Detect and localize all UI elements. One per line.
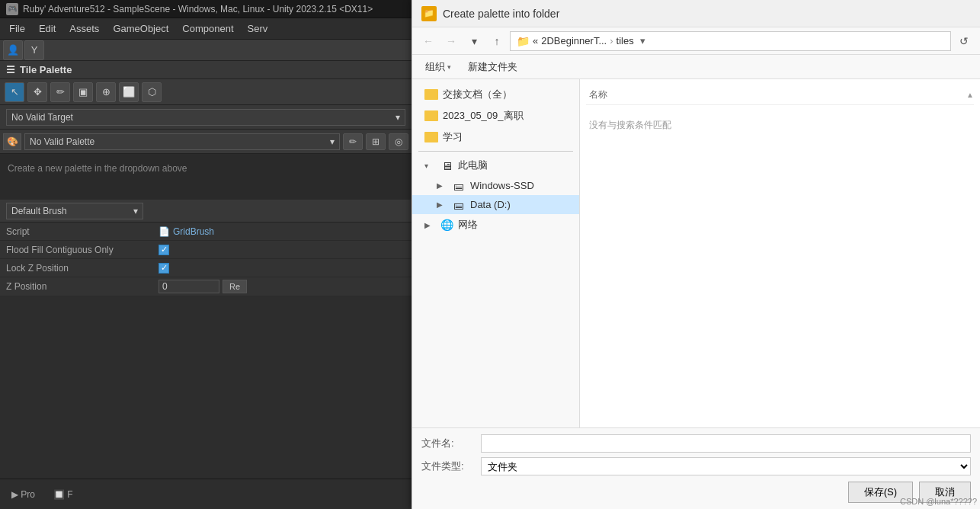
- folder-label-2: 2023_05_09_离职: [443, 109, 524, 123]
- nav-up-btn[interactable]: ↑: [487, 31, 507, 51]
- organize-label: 组织: [425, 60, 445, 74]
- flood-fill-checkbox[interactable]: [159, 245, 169, 255]
- folder-icon-3: [424, 132, 438, 142]
- lock-z-value: [159, 263, 169, 274]
- app-title: Ruby' Adventure512 - SampleScene - Windo…: [23, 4, 373, 14]
- script-label: Script: [6, 226, 159, 237]
- z-position-input[interactable]: [159, 280, 219, 293]
- tile-palette-icon: ☰: [6, 64, 15, 75]
- paint-tool-btn[interactable]: ✏: [50, 82, 70, 102]
- tile-palette-title: Tile Palette: [20, 64, 72, 75]
- network-expand-arrow[interactable]: ▶: [424, 221, 435, 229]
- sidebar-item-network[interactable]: ▶ 🌐 网络: [412, 214, 579, 235]
- unity-menubar: File Edit Assets GameObject Component Se…: [0, 18, 412, 40]
- network-icon: 🌐: [440, 219, 453, 230]
- address-folder-icon: 📁: [517, 35, 530, 47]
- tab-project[interactable]: ▶ Pro: [3, 485, 43, 504]
- select-tool-btn[interactable]: ↖: [5, 82, 24, 102]
- data-d-expand-arrow[interactable]: ▶: [437, 200, 447, 209]
- move-tool-btn[interactable]: ✥: [27, 82, 47, 102]
- dialog-icon: 📁: [421, 6, 437, 21]
- target-dropdown-label: No Valid Target: [11, 112, 73, 123]
- unity-panel: 🎮 Ruby' Adventure512 - SampleScene - Win…: [0, 0, 412, 509]
- footer-btn-row: 保存(S) 取消: [421, 480, 971, 503]
- sidebar-item-folder2[interactable]: 2023_05_09_离职: [412, 105, 579, 126]
- account-button[interactable]: 👤: [3, 40, 23, 60]
- script-icon: 📄: [159, 226, 170, 237]
- sidebar-item-windows-ssd[interactable]: ▶ 🖴 Windows-SSD: [412, 176, 579, 195]
- z-reset-btn[interactable]: Re: [223, 280, 247, 293]
- filetype-row: 文件类型: 文件夹: [421, 457, 971, 475]
- dialog-titlebar: 📁 Create palette into folder: [412, 0, 980, 27]
- filetype-select[interactable]: 文件夹: [481, 457, 971, 475]
- address-end-arrow[interactable]: ▾: [640, 35, 645, 46]
- palette-select[interactable]: No Valid Palette: [24, 133, 340, 150]
- flood-fill-checkmark: [161, 245, 168, 254]
- filename-label: 文件名:: [421, 437, 475, 450]
- flood-fill-label: Flood Fill Contiguous Only: [6, 245, 159, 255]
- palette-select-label: No Valid Palette: [30, 136, 94, 147]
- tile-palette-header: ☰ Tile Palette: [0, 61, 412, 79]
- address-bar[interactable]: 📁 « 2DBeginnerT... › tiles ▾: [510, 31, 951, 51]
- address-path1: 2DBeginnerT...: [541, 35, 607, 46]
- sidebar-item-folder3[interactable]: 学习: [412, 126, 579, 148]
- target-dropdown-arrow: [396, 112, 400, 123]
- menu-edit[interactable]: Edit: [33, 21, 62, 36]
- sidebar-item-folder1[interactable]: 交接文档（全）: [412, 84, 579, 105]
- unity-top-toolbar: 👤 Y: [0, 40, 412, 61]
- nav-refresh-btn[interactable]: ↺: [954, 31, 974, 51]
- z-position-row: Z Position Re: [0, 277, 412, 296]
- menu-gameobject[interactable]: GameObject: [107, 21, 175, 36]
- brush-dropdown-row: Default Brush: [0, 200, 412, 222]
- windows-ssd-expand-arrow[interactable]: ▶: [437, 181, 447, 190]
- new-folder-btn[interactable]: 新建文件夹: [461, 57, 524, 77]
- picker-tool-btn[interactable]: ⊕: [96, 82, 116, 102]
- bottom-tabs: ▶ Pro 🔲 F: [0, 479, 412, 509]
- account-button2[interactable]: Y: [24, 40, 44, 60]
- z-position-value: Re: [159, 280, 247, 293]
- nav-back-btn[interactable]: ←: [418, 31, 438, 51]
- organize-btn[interactable]: 组织 ▾: [418, 57, 458, 77]
- flood-fill-value: [159, 245, 169, 255]
- menu-services[interactable]: Serv: [242, 21, 274, 36]
- col-sort-arrow[interactable]: ▲: [966, 91, 974, 99]
- tile-palette-toolbar: ↖ ✥ ✏ ▣ ⊕ ⬜ ⬡: [0, 79, 412, 105]
- palette-edit-btn[interactable]: ✏: [343, 133, 363, 150]
- tab-f[interactable]: 🔲 F: [45, 485, 82, 504]
- filename-input[interactable]: [481, 434, 971, 453]
- sidebar-item-this-pc[interactable]: ▾ 🖥 此电脑: [412, 155, 579, 176]
- menu-assets[interactable]: Assets: [63, 21, 105, 36]
- brush-dropdown[interactable]: Default Brush: [6, 203, 143, 219]
- lock-z-row: Lock Z Position: [0, 259, 412, 277]
- fill-tool-btn[interactable]: ⬡: [142, 82, 162, 102]
- nav-dropdown-btn[interactable]: ▾: [464, 31, 484, 51]
- erase-tool-btn[interactable]: ⬜: [119, 82, 139, 102]
- sidebar-item-data-d[interactable]: ▶ 🖴 Data (D:): [412, 195, 579, 214]
- palette-settings-btn[interactable]: ◎: [389, 133, 408, 150]
- script-value-text[interactable]: GridBrush: [173, 226, 214, 237]
- this-pc-expand-arrow[interactable]: ▾: [424, 162, 435, 170]
- lock-z-label: Lock Z Position: [6, 263, 159, 274]
- palette-icon: 🎨: [3, 133, 21, 150]
- filetype-label: 文件类型:: [421, 459, 475, 473]
- palette-grid-btn[interactable]: ⊞: [366, 133, 386, 150]
- menu-component[interactable]: Component: [176, 21, 239, 36]
- rect-tool-btn[interactable]: ▣: [73, 82, 93, 102]
- dialog-footer: 文件名: 文件类型: 文件夹 保存(S) 取消: [412, 427, 980, 509]
- dialog-main: 交接文档（全） 2023_05_09_离职 学习 ▾ 🖥 此电脑 ▶ 🖴: [412, 79, 980, 427]
- palette-select-row: 🎨 No Valid Palette ✏ ⊞ ◎: [0, 130, 412, 154]
- dialog-title: Create palette into folder: [443, 8, 559, 20]
- lock-z-checkbox[interactable]: [159, 263, 169, 274]
- dialog-toolbar: 组织 ▾ 新建文件夹: [412, 55, 980, 79]
- filename-row: 文件名:: [421, 434, 971, 453]
- no-match-text: 没有与搜索条件匹配: [586, 111, 974, 139]
- nav-forward-btn[interactable]: →: [441, 31, 461, 51]
- menu-file[interactable]: File: [3, 21, 31, 36]
- watermark-text: CSDN @luna*?????: [900, 497, 977, 506]
- brush-dropdown-arrow: [133, 206, 138, 216]
- windows-ssd-icon: 🖴: [452, 181, 466, 191]
- target-dropdown[interactable]: No Valid Target: [6, 109, 405, 126]
- lock-z-checkmark: [161, 263, 168, 273]
- folder-label-3: 学习: [443, 130, 463, 144]
- target-dropdown-row: No Valid Target: [0, 105, 412, 130]
